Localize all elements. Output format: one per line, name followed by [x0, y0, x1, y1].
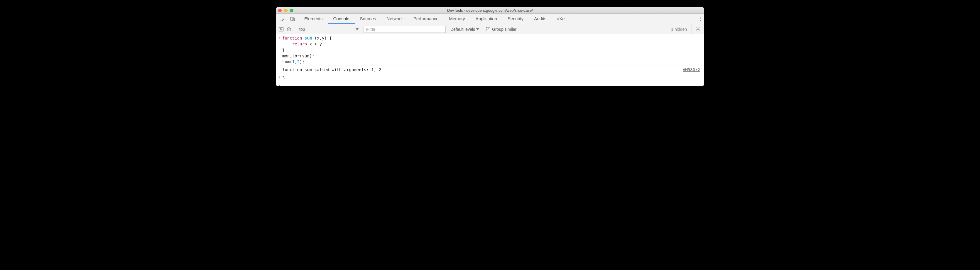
tab-security[interactable]: Security [502, 14, 529, 24]
close-window-button[interactable] [278, 9, 282, 12]
tab-axe[interactable]: aXe [552, 14, 570, 24]
console-input-row: ❯ function sum (x,y) { return x + y; } m… [276, 34, 704, 66]
context-label: top [299, 27, 305, 32]
svg-rect-0 [280, 17, 283, 20]
tabbar-left [276, 14, 299, 24]
devtools-window: DevTools - developers.google.com/web/sho… [276, 7, 704, 86]
svg-point-6 [697, 28, 699, 30]
result-value: 3 [282, 75, 702, 81]
svg-rect-3 [279, 27, 283, 31]
tab-elements[interactable]: Elements [299, 14, 328, 24]
checkbox-icon: ✓ [486, 27, 490, 32]
titlebar: DevTools - developers.google.com/web/sho… [276, 7, 704, 14]
tab-sources[interactable]: Sources [355, 14, 382, 24]
clear-console-icon[interactable] [286, 27, 292, 32]
hidden-count[interactable]: 1 hidden [671, 27, 689, 32]
input-chevron-icon: ❯ [278, 35, 281, 40]
tabbar-right [696, 14, 704, 24]
chevron-down-icon [476, 28, 479, 30]
tab-network[interactable]: Network [382, 14, 408, 24]
console-body: ❯ function sum (x,y) { return x + y; } m… [276, 34, 704, 86]
console-settings-icon[interactable] [692, 24, 702, 34]
tab-application[interactable]: Application [470, 14, 502, 24]
svg-line-5 [288, 28, 290, 30]
levels-label: Default levels [450, 27, 475, 32]
chevron-down-icon [356, 28, 358, 30]
source-link[interactable]: VM580:2 [683, 67, 702, 73]
zoom-window-button[interactable] [290, 9, 293, 12]
window-controls [278, 9, 293, 12]
prompt-chevron-icon: ❯ [278, 83, 281, 86]
log-message: function sum called with arguments: 1, 2 [282, 67, 683, 73]
more-options-icon[interactable] [700, 17, 701, 21]
inspect-element-icon[interactable] [279, 16, 285, 22]
toggle-sidebar-icon[interactable] [278, 26, 284, 32]
group-similar-label: Group similar [492, 27, 516, 32]
tab-memory[interactable]: Memory [444, 14, 470, 24]
console-result-row: 3 [276, 74, 704, 82]
console-log-row: function sum called with arguments: 1, 2… [276, 66, 704, 74]
input-code[interactable]: function sum (x,y) { return x + y; } mon… [282, 35, 702, 65]
execution-context-select[interactable]: top [297, 26, 361, 33]
window-title: DevTools - developers.google.com/web/sho… [276, 8, 704, 13]
log-levels-select[interactable]: Default levels [448, 27, 482, 32]
tabbar: Elements Console Sources Network Perform… [276, 14, 704, 24]
panel-tabs: Elements Console Sources Network Perform… [299, 14, 696, 24]
tab-performance[interactable]: Performance [408, 14, 444, 24]
filter-input[interactable] [364, 26, 446, 33]
svg-rect-1 [291, 17, 293, 21]
console-toolbar: top Default levels ✓ Group similar 1 hid… [276, 24, 704, 34]
group-similar-checkbox[interactable]: ✓ Group similar [484, 27, 519, 32]
separator [294, 26, 294, 33]
result-arrow-icon [278, 75, 281, 80]
device-toolbar-icon[interactable] [290, 16, 295, 22]
tab-console[interactable]: Console [328, 14, 355, 24]
minimize-window-button[interactable] [284, 9, 288, 12]
console-prompt-row[interactable]: ❯ [276, 82, 704, 86]
tab-audits[interactable]: Audits [529, 14, 552, 24]
